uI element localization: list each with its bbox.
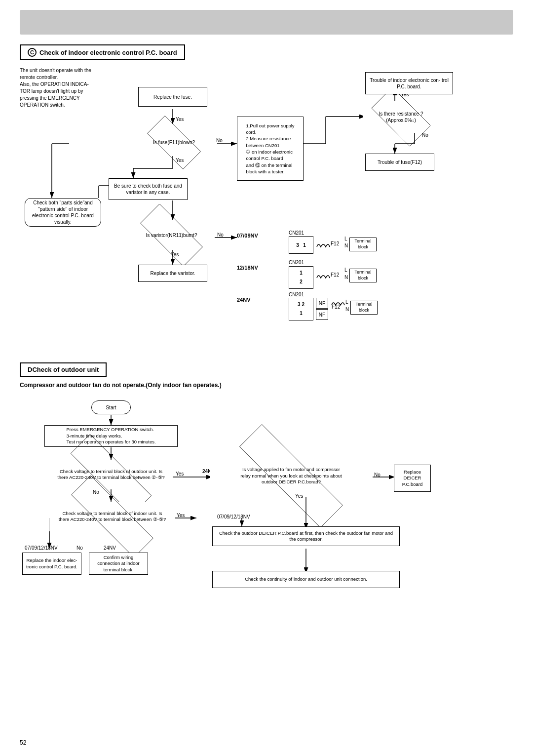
cn201-label-2: CN201: [289, 260, 304, 265]
resistance-diamond: Is there resistance ? (Approx.0%↓): [363, 101, 439, 133]
section-d-letter: D: [28, 366, 32, 373]
varistor-diamond: Is varistor(NR11)burnt?: [128, 220, 215, 250]
yes-indoor: Yes: [177, 513, 185, 518]
coil-1: [316, 240, 331, 249]
replace-fuse-box: Replace the fuse.: [138, 87, 207, 107]
voltage-fan-diamond: Is voltage applied to fan motor and comp…: [210, 459, 373, 493]
replace-varistor-box: Replace the varistor.: [138, 265, 207, 282]
pull-out-box: 1.Pull out power supplycord.2.Measure re…: [237, 117, 304, 181]
n-label-2: N: [344, 275, 348, 280]
model-07-09nv: 07/09NV: [237, 233, 258, 239]
check-both-box: Be sure to check both fuse and varistor …: [109, 178, 188, 200]
intro-text: The unit doesn't operate with theremote …: [20, 67, 116, 109]
cn201-label-1: CN201: [289, 230, 304, 236]
section-c-title: Check of indoor electronic control P.C. …: [39, 49, 177, 56]
model-24nv: 24NV: [237, 297, 251, 303]
yes-label-1: Yes: [176, 117, 184, 122]
confirm-wiring-box: Confirm wiring connection at indoor term…: [89, 553, 148, 575]
n-label-1: N: [344, 243, 348, 248]
nf-box-2: NF: [316, 309, 328, 320]
flowchart-c: The unit doesn't operate with theremote …: [20, 67, 513, 354]
trouble-indoor-box: Trouble of indoor electronic con- trol P…: [365, 72, 453, 94]
nf-box-1: NF: [316, 298, 328, 309]
24nv-label-d: 24NV: [104, 545, 116, 551]
replace-indoor-box: Replace the indoor elec- tronic control …: [22, 553, 81, 575]
model-12-18nv: 12/18NV: [237, 265, 258, 271]
yes-voltage: Yes: [295, 493, 303, 499]
start-box: Start: [91, 400, 131, 414]
press-emergency-box: Press EMERGENCY OPERATION switch.3-minut…: [44, 425, 178, 447]
f12-1: F12: [331, 241, 339, 246]
model-07-right: 07/09/12/18NV: [217, 514, 250, 519]
replace-deicer-box: Replace DEICER P.C.board: [394, 465, 431, 492]
cn201-box-2: 12: [289, 266, 313, 289]
voltage-outdoor-diamond: Check voltage to terminal block of outdo…: [49, 460, 173, 489]
cn201-box-3: 3 21: [289, 298, 313, 320]
yes-outdoor: Yes: [176, 471, 184, 477]
l-label-3: L: [345, 299, 348, 305]
f12-2: F12: [331, 272, 339, 278]
cn201-label-3: CN201: [289, 292, 304, 297]
l-label-1: L: [344, 236, 347, 241]
no-voltage: No: [374, 472, 381, 477]
n-label-3: N: [345, 307, 349, 312]
terminal-block-1: Terminal block: [349, 238, 377, 251]
check-deicer-box: Check the outdoor DEICER P.C.board at fi…: [212, 526, 400, 546]
section-c-letter: C: [28, 48, 37, 57]
no-resistance: No: [422, 132, 428, 138]
check-continuity-box: Check the continuity of indoor and outdo…: [212, 571, 400, 588]
fuse-blown-diamond: Is fuse(F11)blown?: [138, 129, 210, 156]
section-d-header: D Check of outdoor unit: [20, 362, 107, 377]
yes-varistor: Yes: [171, 252, 179, 257]
section-d-subtitle: Compressor and outdoor fan do not operat…: [20, 382, 513, 389]
voltage-indoor-diamond: Check voltage to terminal block of indoo…: [49, 502, 175, 531]
header-bar: [20, 10, 513, 35]
model-label-d: 07/09/12/18NV: [25, 545, 58, 551]
terminal-block-3: Terminal block: [350, 301, 378, 315]
terminal-block-2: Terminal block: [349, 269, 377, 282]
check-parts-box: Check both "parts side"and "pattern side…: [25, 198, 101, 227]
trouble-fuse-box: Trouble of fuse(F12): [365, 154, 434, 171]
no-label-d: No: [76, 545, 83, 551]
page-number: 52: [20, 739, 26, 746]
section-c-header: C Check of indoor electronic control P.C…: [20, 44, 185, 60]
l-label-2: L: [344, 267, 347, 273]
page-container: C Check of indoor electronic control P.C…: [0, 0, 533, 756]
yes-label-fuse: Yes: [176, 158, 184, 163]
coil-2: [316, 271, 331, 280]
section-d-title: Check of outdoor unit: [32, 366, 99, 373]
no-varistor: No: [217, 232, 224, 238]
cn201-box-1: 3 1: [289, 236, 313, 254]
coil-3: [331, 298, 345, 307]
flowchart-d: Start Press EMERGENCY OPERATION switch.3…: [20, 396, 513, 603]
no-label-fuse: No: [216, 138, 223, 143]
